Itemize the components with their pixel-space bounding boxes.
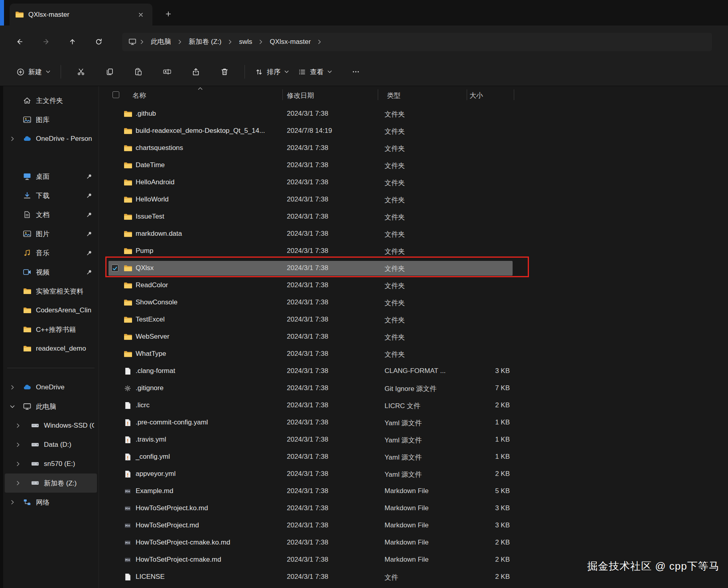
breadcrumb-item[interactable]: swls [236, 36, 255, 48]
file-row[interactable]: ShowConsole2024/3/1 7:38文件夹 [99, 294, 728, 311]
new-button[interactable]: 新建 [12, 63, 55, 81]
new-tab-button[interactable] [161, 7, 176, 21]
file-row[interactable]: .gitignore2024/3/1 7:38Git Ignore 源文件7 K… [99, 380, 728, 397]
sidebar-item[interactable]: 音乐 [5, 243, 97, 262]
back-button[interactable] [11, 34, 28, 50]
file-row[interactable]: chartsquestions2024/3/1 7:38文件夹 [99, 140, 728, 157]
file-row[interactable]: QXlsx2024/3/1 7:38文件夹 [99, 260, 728, 277]
more-options-button[interactable] [347, 63, 365, 80]
file-size: 5 KB [467, 487, 510, 495]
column-separator[interactable] [378, 89, 378, 100]
sidebar-item[interactable]: 桌面 [5, 167, 97, 186]
delete-button[interactable] [215, 63, 234, 80]
file-row[interactable]: .clang-format2024/3/1 7:38CLANG-FORMAT .… [99, 363, 728, 380]
tab-close-button[interactable] [135, 9, 147, 21]
cut-button[interactable] [72, 63, 90, 80]
sidebar-item[interactable]: Data (D:) [5, 435, 97, 454]
chevron-right-icon[interactable] [16, 462, 20, 466]
breadcrumb-item[interactable]: 新加卷 (Z:) [185, 35, 225, 48]
chevron-right-icon[interactable] [16, 423, 20, 428]
sidebar-item[interactable]: 图片 [5, 224, 97, 243]
file-row[interactable]: HelloWorld2024/3/1 7:38文件夹 [99, 191, 728, 208]
sidebar-item[interactable]: 视频 [5, 262, 97, 282]
sidebar-item[interactable]: Windows-SSD (C [5, 416, 97, 435]
chevron-down-icon[interactable] [10, 405, 15, 408]
column-separator[interactable] [514, 89, 514, 100]
sidebar-item[interactable]: C++推荐书籍 [5, 320, 97, 339]
chevron-right-icon[interactable] [10, 136, 15, 141]
sidebar-item[interactable]: OneDrive - Person [5, 129, 97, 148]
sidebar-item[interactable]: 网络 [5, 493, 97, 512]
file-date: 2024/3/1 7:38 [287, 418, 328, 426]
file-row[interactable]: _config.yml2024/3/1 7:38Yaml 源文件1 KB [99, 448, 728, 466]
chevron-right-icon [178, 39, 182, 44]
chevron-right-icon[interactable] [16, 442, 20, 447]
sidebar-item[interactable]: OneDrive [5, 378, 97, 397]
sidebar-item[interactable]: CodersArena_Clin [5, 301, 97, 320]
column-header-name[interactable]: 名称 [132, 91, 146, 100]
column-header-type[interactable]: 类型 [387, 91, 400, 100]
file-name: ReadColor [136, 281, 168, 289]
yaml-icon [124, 436, 131, 444]
sidebar-item[interactable]: 主文件夹 [5, 91, 97, 110]
breadcrumb-item[interactable]: 此电脑 [148, 35, 174, 48]
file-row[interactable]: Pump2024/3/1 7:38文件夹 [99, 243, 728, 260]
file-row[interactable]: HelloAndroid2024/3/1 7:38文件夹 [99, 174, 728, 191]
sidebar-item[interactable]: 实验室相关资料 [5, 282, 97, 301]
file-row[interactable]: .pre-commit-config.yaml2024/3/1 7:38Yaml… [99, 414, 728, 431]
forward-button[interactable] [37, 34, 54, 50]
sort-button[interactable]: 排序 [251, 63, 294, 81]
view-button[interactable]: 查看 [294, 63, 337, 81]
file-type: Git Ignore 源文件 [385, 384, 436, 393]
explorer-tab[interactable]: QXlsx-master [10, 4, 152, 26]
column-separator[interactable] [467, 89, 467, 100]
file-row[interactable]: .github2024/3/1 7:38文件夹 [99, 105, 728, 122]
sidebar-item[interactable]: 图库 [5, 110, 97, 129]
file-row[interactable]: HowToSetProject-cmake.ko.md2024/3/1 7:38… [99, 534, 728, 551]
file-name: HowToSetProject-cmake.ko.md [136, 539, 230, 547]
file-row[interactable]: .travis.yml2024/3/1 7:38Yaml 源文件1 KB [99, 431, 728, 448]
file-row[interactable]: markdown.data2024/3/1 7:38文件夹 [99, 225, 728, 243]
select-all-checkbox[interactable] [112, 91, 119, 98]
sidebar-item-label: 桌面 [36, 172, 49, 181]
row-checkbox[interactable] [111, 264, 118, 272]
desktop-icon [23, 173, 31, 180]
file-row[interactable]: build-readexcel_demo-Desktop_Qt_5_14...2… [99, 122, 728, 140]
column-header-date[interactable]: 修改日期 [287, 91, 314, 100]
rename-button[interactable] [158, 63, 176, 80]
file-row[interactable]: ReadColor2024/3/1 7:38文件夹 [99, 277, 728, 294]
copy-button[interactable] [101, 63, 119, 80]
file-row[interactable]: HowToSetProject.md2024/3/1 7:38Markdown … [99, 517, 728, 534]
folder-icon [124, 179, 132, 186]
breadcrumb-item[interactable]: QXlsx-master [266, 36, 314, 48]
file-date: 2024/3/1 7:38 [287, 453, 328, 461]
file-name: _config.yml [136, 453, 170, 461]
column-header-size[interactable]: 大小 [470, 91, 483, 100]
refresh-button[interactable] [90, 34, 107, 50]
file-row[interactable]: appveyor.yml2024/3/1 7:38Yaml 源文件2 KB [99, 466, 728, 483]
chevron-right-icon[interactable] [10, 385, 15, 390]
file-type: 文件夹 [385, 178, 405, 187]
sidebar-item[interactable]: 下载 [5, 186, 97, 205]
file-row[interactable]: IssueTest2024/3/1 7:38文件夹 [99, 208, 728, 225]
share-button[interactable] [187, 63, 205, 80]
paste-button[interactable] [129, 63, 148, 80]
sidebar-item[interactable]: 新加卷 (Z:) [5, 474, 97, 493]
file-row[interactable]: HowToSetProject.ko.md2024/3/1 7:38Markdo… [99, 500, 728, 517]
sidebar-item[interactable]: 此电脑 [5, 397, 97, 416]
file-row[interactable]: TestExcel2024/3/1 7:38文件夹 [99, 311, 728, 328]
file-row[interactable]: Example.md2024/3/1 7:38Markdown File5 KB [99, 483, 728, 500]
chevron-right-icon[interactable] [10, 500, 15, 505]
file-row[interactable]: .licrc2024/3/1 7:38LICRC 文件2 KB [99, 397, 728, 414]
sidebar-item-label: 网络 [36, 498, 49, 507]
file-row[interactable]: DateTime2024/3/1 7:38文件夹 [99, 157, 728, 174]
sidebar-item[interactable]: 文档 [5, 205, 97, 224]
column-separator[interactable] [282, 89, 283, 100]
chevron-right-icon[interactable] [16, 481, 20, 485]
sidebar-item[interactable]: readexcel_demo [5, 339, 97, 358]
file-row[interactable]: WebServer2024/3/1 7:38文件夹 [99, 328, 728, 345]
sidebar-item[interactable]: sn570 (E:) [5, 454, 97, 474]
file-date: 2024/3/1 7:38 [287, 333, 328, 341]
file-row[interactable]: WhatType2024/3/1 7:38文件夹 [99, 345, 728, 363]
up-button[interactable] [64, 34, 81, 50]
